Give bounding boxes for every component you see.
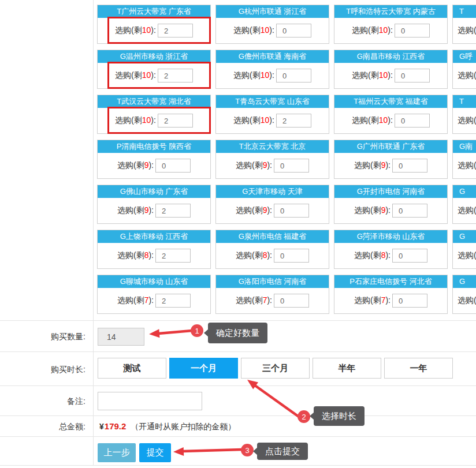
region-quantity-input[interactable]: [155, 294, 191, 308]
total-amount-line: ¥179.2（开通时从账户扣除的金额）: [99, 421, 236, 432]
quantity-label: 购买数量:: [0, 332, 85, 342]
duration-option-button[interactable]: 一个月: [169, 358, 238, 379]
region-quantity-input[interactable]: [155, 204, 191, 218]
duration-option-button[interactable]: 测试: [98, 358, 166, 379]
region-quantity-input[interactable]: [392, 204, 427, 218]
region-quantity-input[interactable]: [158, 69, 193, 83]
step-3-tooltip: 点击提交: [257, 443, 308, 460]
region-quantity-input[interactable]: [276, 69, 311, 83]
region-card: G上饶市移动 江西省 选购(剩8):: [97, 230, 211, 269]
region-card-title: T广州云大带宽 广东省: [98, 5, 210, 18]
buy-count-label: 选购(剩10):: [352, 25, 393, 36]
purchase-quantity-input[interactable]: [98, 328, 144, 346]
region-grid: T广州云大带宽 广东省 选购(剩10): G杭州市联通 浙江省 选购(剩10):…: [97, 5, 476, 320]
buy-count-label: 选购(剩9):: [236, 160, 272, 171]
region-card-body: 选购(剩7):: [334, 288, 447, 313]
region-card-body: 选购(剩10):: [98, 63, 210, 88]
region-quantity-input[interactable]: [155, 159, 191, 173]
divider: [0, 320, 476, 321]
currency-symbol: ¥: [99, 422, 104, 431]
remaining-count: 10: [142, 25, 151, 35]
region-card: G南 选购(剩):: [452, 140, 476, 179]
region-card: P石家庄电信拨号 河北省 选购(剩7):: [334, 275, 448, 314]
region-card-body: 选购(剩10):: [216, 108, 329, 133]
region-card: G呼 选购(剩):: [452, 50, 476, 89]
region-quantity-input[interactable]: [158, 24, 193, 38]
remaining-count: 10: [261, 115, 270, 125]
region-card-title: T北京云大带宽 北京: [216, 140, 329, 153]
duration-label: 购买时长:: [0, 365, 85, 375]
region-card-title: G开封市电信 河南省: [334, 185, 447, 198]
region-quantity-input[interactable]: [395, 24, 430, 38]
region-card-title: G: [453, 230, 476, 243]
region-card: G泉州市电信 福建省 选购(剩8):: [215, 230, 329, 269]
region-quantity-input[interactable]: [395, 114, 430, 128]
region-card: G菏泽市移动 山东省 选购(剩8):: [334, 230, 448, 269]
region-card-title: G呼: [453, 50, 476, 63]
previous-step-button[interactable]: 上一步: [98, 443, 136, 462]
region-quantity-input[interactable]: [276, 24, 311, 38]
region-card: G聊城市移动 山东省 选购(剩7):: [97, 275, 211, 314]
duration-option-button[interactable]: 三个月: [241, 358, 310, 379]
region-card-body: 选购(剩):: [453, 198, 476, 223]
total-label: 总金额:: [0, 422, 85, 432]
region-card-title: T福州云大带宽 福建省: [334, 95, 447, 108]
region-quantity-input[interactable]: [392, 249, 427, 263]
region-quantity-input[interactable]: [392, 294, 427, 308]
buy-count-label: 选购(剩8):: [354, 250, 391, 261]
region-quantity-input[interactable]: [155, 249, 191, 263]
region-quantity-input[interactable]: [274, 294, 309, 308]
region-card-title: G儋州市联通 海南省: [216, 50, 329, 63]
region-quantity-input[interactable]: [158, 114, 193, 128]
region-quantity-input[interactable]: [274, 249, 309, 263]
region-card-title: T呼和浩特云大带宽 内蒙古: [334, 5, 447, 18]
region-card: G天津市移动 天津 选购(剩9):: [215, 185, 329, 224]
remaining-count: 10: [261, 25, 270, 35]
buy-count-label: 选购(剩10):: [352, 70, 393, 81]
region-card-title: T青岛云大带宽 山东省: [216, 95, 329, 108]
buy-count-label: 选购(剩8):: [236, 250, 272, 261]
region-card-body: 选购(剩8):: [98, 243, 210, 268]
region-card-body: 选购(剩10):: [98, 108, 210, 133]
remark-label: 备注:: [0, 396, 85, 407]
buy-count-label: 选购(剩7):: [117, 295, 154, 306]
region-card: T 选购(剩):: [452, 5, 476, 44]
region-card-body: 选购(剩):: [453, 288, 476, 313]
buy-count-label: 选购(剩):: [458, 115, 476, 126]
region-card-body: 选购(剩8):: [334, 243, 447, 268]
region-card: P渭南电信拨号 陕西省 选购(剩9):: [97, 140, 211, 179]
buy-count-label: 选购(剩10):: [233, 70, 274, 81]
region-quantity-input[interactable]: [276, 114, 311, 128]
region-card-title: G广州市联通 广东省: [334, 140, 447, 153]
region-quantity-input[interactable]: [392, 159, 427, 173]
region-quantity-input[interactable]: [395, 69, 430, 83]
region-card: T福州云大带宽 福建省 选购(剩10):: [334, 95, 448, 134]
region-quantity-input[interactable]: [274, 159, 309, 173]
region-card-title: G: [453, 275, 476, 288]
region-card-body: 选购(剩):: [453, 18, 476, 43]
buy-count-label: 选购(剩9):: [236, 205, 272, 216]
duration-option-button[interactable]: 半年: [313, 358, 381, 379]
region-card-title: G佛山市移动 广东省: [98, 185, 210, 198]
region-card-body: 选购(剩9):: [98, 198, 210, 223]
region-card: T北京云大带宽 北京 选购(剩9):: [215, 140, 329, 179]
region-quantity-input[interactable]: [274, 204, 309, 218]
remaining-count: 10: [142, 115, 151, 125]
region-card: T青岛云大带宽 山东省 选购(剩10):: [215, 95, 329, 134]
region-card-title: P石家庄电信拨号 河北省: [334, 275, 447, 288]
region-card: T武汉云大带宽 湖北省 选购(剩10):: [97, 95, 211, 134]
remark-input[interactable]: [98, 392, 202, 410]
submit-button[interactable]: 提交: [139, 443, 171, 462]
region-card: G 选购(剩):: [452, 230, 476, 269]
region-card-title: G天津市移动 天津: [216, 185, 329, 198]
region-card: G 选购(剩):: [452, 185, 476, 224]
region-card: T呼和浩特云大带宽 内蒙古 选购(剩10):: [334, 5, 448, 44]
duration-option-button[interactable]: 一年: [384, 358, 453, 379]
region-card-body: 选购(剩9):: [216, 153, 329, 178]
region-card-body: 选购(剩9):: [334, 198, 447, 223]
region-card-title: T: [453, 95, 476, 108]
region-card-body: 选购(剩10):: [334, 18, 447, 43]
buy-count-label: 选购(剩):: [458, 25, 476, 36]
region-card-title: G南昌市移动 江西省: [334, 50, 447, 63]
label-column-divider: [93, 0, 94, 466]
